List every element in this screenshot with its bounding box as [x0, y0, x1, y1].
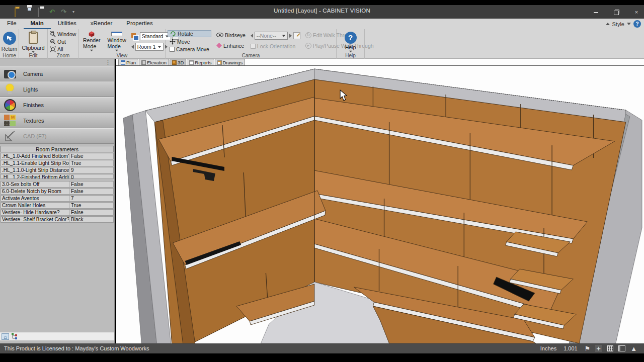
room-parameter-row[interactable]: .HL_1.2-Finished Bottom Additional scrib… — [1, 174, 114, 179]
zoom-all-button[interactable]: All — [50, 45, 76, 53]
sidebar-bottom-bar: ⌂ — [0, 332, 114, 340]
3d-canvas[interactable] — [116, 65, 644, 343]
room-select[interactable]: Room 1 — [135, 43, 164, 51]
return-button[interactable]: Return — [2, 30, 17, 52]
tab-utilities[interactable]: Utilities — [51, 19, 84, 29]
close-button[interactable]: × — [633, 9, 640, 16]
license-text: This Product is Licensed to : Mayday's C… — [0, 345, 149, 351]
enhance-button[interactable]: Enhance — [216, 42, 246, 49]
view-tab-plan[interactable]: Plan — [118, 59, 138, 65]
render-mode-button[interactable]: Render Mode — [81, 30, 102, 52]
tab-main[interactable]: Main — [24, 19, 51, 29]
sidebar-item-textures[interactable]: M Textures — [0, 113, 114, 128]
style-dropdown-icon[interactable] — [627, 23, 631, 25]
color-wheel-icon — [4, 99, 16, 111]
group-label-help: Help — [337, 53, 364, 58]
move-button[interactable]: Move — [168, 38, 211, 45]
home-icon[interactable]: ⌂ — [2, 333, 9, 340]
view-tab-drawings[interactable]: Drawings — [215, 59, 246, 65]
light-bulb-icon — [4, 83, 16, 96]
tab-properties[interactable]: Properties — [119, 19, 159, 29]
help-button[interactable]: ? Help — [339, 30, 362, 54]
clipboard-button[interactable]: Clipboard — [21, 30, 45, 54]
room-parameter-row[interactable]: .HL_1.0-Add Finished Bottom?False — [1, 153, 114, 159]
zoom-out-icon — [50, 39, 56, 45]
lock-orientation-checkbox[interactable]: Lock Orientation — [251, 42, 300, 50]
drawings-icon — [217, 60, 222, 65]
rotate-button[interactable]: Rotate — [168, 30, 211, 37]
crosshair-icon[interactable]: + — [595, 345, 602, 352]
view-tab-3d[interactable]: 3D — [170, 59, 186, 65]
room-parameter-row[interactable]: .HL_1.1-Enable Light Strip RouteTrue — [1, 160, 114, 166]
help-icon[interactable]: ? — [633, 20, 641, 28]
group-label-home: Home — [0, 53, 19, 58]
3d-scene — [116, 66, 644, 343]
pan-flag-icon[interactable]: ⚑ — [585, 345, 591, 352]
sidebar-item-cad[interactable]: CAD (F7) — [0, 128, 114, 144]
render-mode-cube-icon — [86, 31, 97, 37]
units-label: Inches — [540, 345, 556, 351]
cube-3d-icon — [172, 60, 177, 65]
zoom-out-button[interactable]: Out — [50, 38, 76, 45]
sidebar-item-label: Lights — [23, 86, 38, 93]
view-tab-elevation[interactable]: Elevation — [139, 59, 169, 65]
ribbon-group-zoom: Window Out All Zoom — [48, 29, 79, 59]
zoom-window-button[interactable]: Window — [50, 30, 76, 38]
style-label[interactable]: Style — [612, 21, 624, 27]
window-mode-icon — [111, 32, 122, 36]
minimize-button[interactable] — [593, 9, 600, 16]
room-parameter-row[interactable]: Activate Aventos7 — [1, 195, 114, 202]
split-view-icon[interactable] — [618, 345, 625, 351]
view-style-icon — [131, 33, 138, 40]
prev-walkthrough-icon[interactable] — [251, 34, 253, 38]
walkthrough-select[interactable]: --None-- — [255, 32, 288, 40]
sidebar-menu-icon[interactable]: ⋮ — [105, 59, 111, 66]
tree-view-icon[interactable] — [11, 333, 18, 340]
triangle-icon[interactable]: ▲ — [630, 345, 637, 352]
sidebar-item-finishes[interactable]: Finishes — [0, 97, 114, 113]
ribbon-group-edit: Clipboard Edit — [19, 29, 48, 59]
grid-toggle-icon[interactable] — [607, 345, 613, 351]
ribbon-group-camera: Rotate Move Camera Move Birdseye — [166, 29, 337, 59]
view-tab-reports[interactable]: Reports — [187, 59, 214, 65]
zoom-factor: 1.001 — [564, 345, 578, 351]
room-parameter-row[interactable]: Crown Nailer HolesTrue — [1, 202, 114, 209]
restore-button[interactable] — [613, 9, 620, 16]
room-parameters-table: .HL_1.0-Add Finished Bottom?False .HL_1.… — [1, 153, 114, 223]
sidebar-item-camera[interactable]: Camera — [0, 66, 114, 81]
tab-file[interactable]: File — [0, 19, 24, 29]
lock-orientation-checkbox-box — [251, 44, 256, 49]
plan-icon — [121, 60, 125, 65]
app-window: ↶ ↷ ▾ Untitled [Layout] - CABINET VISION… — [0, 0, 644, 362]
room-parameter-row[interactable]: Vestiere- Shelf Bracket Color?Black — [1, 216, 114, 223]
sidebar-item-label: Finishes — [23, 102, 44, 108]
sidebar-item-label: Camera — [23, 71, 43, 77]
window-mode-button[interactable]: Window Mode — [105, 30, 128, 52]
zoom-window-icon — [50, 31, 56, 37]
rotate-icon — [170, 31, 176, 37]
room-parameter-row[interactable]: 3.0-Sex bolts OffFalse — [1, 181, 114, 188]
camera-move-checkbox[interactable]: Camera Move — [168, 46, 211, 52]
room-parameters-header: Room Parameters — [1, 146, 114, 152]
collapse-ribbon-icon[interactable] — [606, 23, 610, 25]
enhance-icon — [216, 43, 222, 48]
prev-room-icon[interactable] — [131, 45, 134, 49]
birdseye-button[interactable]: Birdseye — [216, 31, 246, 39]
move-icon — [170, 39, 176, 45]
ribbon-tabs: File Main Utilities xRender Properties — [0, 19, 160, 29]
ribbon-group-help: ? Help Help — [337, 29, 365, 59]
room-parameter-row[interactable]: .HL_1.1.0-Light Strip Distance from back… — [1, 167, 114, 173]
camera-icon — [4, 68, 16, 80]
zoom-all-icon — [50, 46, 56, 52]
tab-xrender[interactable]: xRender — [84, 19, 119, 29]
viewport: Plan Elevation 3D Reports Drawings — [116, 59, 644, 343]
elevation-icon — [141, 60, 146, 65]
room-parameter-row[interactable]: 6.0-Delete Notch by RoomFalse — [1, 188, 114, 195]
sidebar-item-lights[interactable]: Lights — [0, 81, 114, 97]
ribbon-group-view: Render Mode Window Mode Standard — [79, 29, 166, 59]
edit-camera-icon[interactable] — [293, 32, 300, 39]
next-walkthrough-icon[interactable] — [289, 34, 292, 38]
return-icon — [3, 32, 16, 45]
sidebar-item-label: Textures — [23, 118, 44, 124]
room-parameter-row[interactable]: Vestiere- Hide Hardware?False — [1, 209, 114, 216]
